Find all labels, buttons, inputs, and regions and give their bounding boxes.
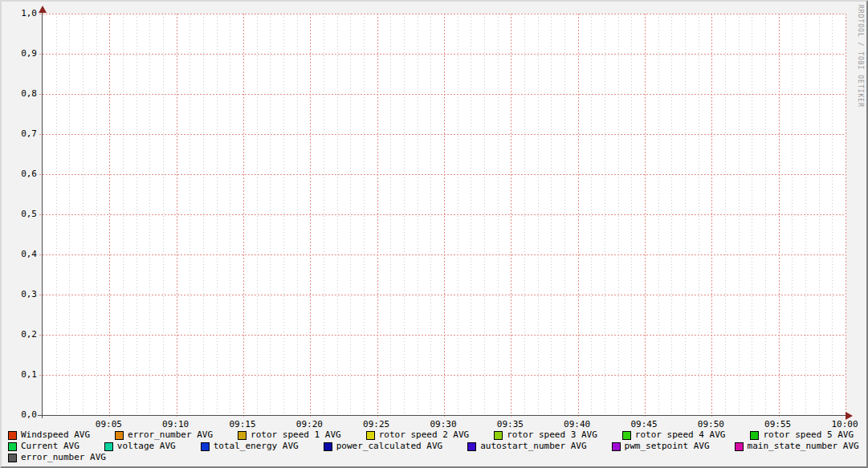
y-tick-label: 0,7	[3, 129, 37, 139]
grid-major-vertical	[377, 14, 378, 418]
x-tick-label: 09:35	[486, 420, 534, 429]
legend-item: main_state_number AVG	[735, 442, 859, 451]
grid-major-horizontal	[39, 254, 846, 255]
legend-label: rotor speed 4 AVG	[635, 430, 726, 440]
y-tick-label: 0,1	[3, 370, 37, 380]
legend-item: rotor speed 2 AVG	[366, 430, 470, 440]
legend-label: power_calculated AVG	[336, 442, 442, 451]
grid-major-horizontal	[39, 214, 846, 215]
legend-item: power_calculated AVG	[324, 442, 442, 451]
legend-item: error_number AVG	[8, 453, 106, 462]
grid-major-horizontal	[39, 335, 846, 336]
x-tick-label: 10:00	[821, 420, 868, 429]
grid-major-vertical	[779, 14, 780, 418]
legend-swatch	[8, 431, 17, 440]
grid-major-vertical	[243, 14, 244, 418]
x-tick-label: 09:20	[285, 420, 333, 429]
legend-item: rotor speed 5 AVG	[750, 430, 854, 440]
x-tick-label: 09:05	[84, 420, 132, 429]
grid-major-vertical	[444, 14, 445, 418]
x-tick-label: 09:10	[152, 420, 200, 429]
grid-major-horizontal	[39, 94, 846, 95]
grid-major-vertical	[711, 14, 712, 418]
legend-item: rotor speed 4 AVG	[622, 430, 726, 440]
legend-label: total_energy AVG	[214, 442, 299, 451]
y-axis-arrow-icon	[39, 6, 47, 13]
grid-major-vertical	[310, 14, 311, 418]
legend-item: rotor speed 1 AVG	[238, 430, 341, 440]
legend-swatch	[622, 431, 631, 440]
legend-row: Windspeed AVGerror_number AVGrotor speed…	[8, 429, 859, 441]
x-tick-label: 09:15	[218, 420, 267, 429]
legend-label: error_number AVG	[21, 453, 106, 462]
legend-swatch	[467, 442, 476, 451]
grid-major-horizontal	[39, 295, 846, 295]
legend-label: Windspeed AVG	[21, 430, 90, 440]
y-tick-label: 0,0	[3, 410, 37, 420]
legend-swatch	[8, 454, 17, 462]
x-tick-label: 09:30	[419, 420, 467, 429]
y-tick-label: 0,8	[3, 89, 37, 99]
grid-major-vertical	[846, 14, 846, 418]
y-tick-label: 0,2	[3, 330, 37, 340]
x-tick-label: 09:25	[352, 420, 401, 429]
y-tick-label: 1,0	[3, 9, 37, 18]
legend-item: voltage AVG	[104, 442, 176, 451]
grid-major-vertical	[645, 14, 646, 418]
grid-major-horizontal	[39, 14, 846, 14]
x-axis-line	[38, 415, 847, 416]
legend-label: autostart_number AVG	[480, 442, 586, 451]
rrdtool-graph: 0,00,10,20,30,40,50,60,70,80,91,0 09:050…	[0, 0, 868, 468]
legend-item: total_energy AVG	[201, 442, 299, 451]
x-tick-label: 09:45	[620, 420, 668, 429]
legend-swatch	[324, 442, 332, 451]
legend-swatch	[115, 431, 124, 440]
y-axis-line	[42, 8, 43, 418]
legend-swatch	[104, 442, 113, 451]
legend-item: autostart_number AVG	[467, 442, 586, 451]
grid-major-horizontal	[39, 54, 846, 55]
y-tick-label: 0,3	[3, 290, 37, 299]
y-tick-label: 0,5	[3, 210, 37, 219]
watermark: RRDTOOL / TOBI OETIKER	[857, 5, 864, 108]
x-tick-label: 09:50	[687, 420, 735, 429]
legend-swatch	[201, 442, 210, 451]
legend-item: Current AVG	[8, 442, 79, 451]
legend-swatch	[238, 431, 247, 440]
legend-label: main_state_number AVG	[748, 442, 859, 451]
legend-swatch	[612, 442, 621, 451]
legend-label: rotor speed 3 AVG	[507, 430, 597, 440]
grid-major-vertical	[177, 14, 177, 418]
grid-major-horizontal	[39, 134, 846, 135]
legend-label: rotor speed 1 AVG	[251, 430, 341, 440]
legend-row: error_number AVG	[8, 452, 859, 463]
legend-swatch	[8, 442, 17, 451]
legend-swatch	[735, 442, 744, 451]
legend-row: Current AVGvoltage AVGtotal_energy AVGpo…	[8, 441, 859, 452]
grid-major-vertical	[511, 14, 511, 418]
legend-item: Windspeed AVG	[8, 430, 90, 440]
x-tick-label: 09:55	[754, 420, 802, 429]
grid-major-horizontal	[39, 375, 846, 376]
legend-item: rotor speed 3 AVG	[494, 430, 597, 440]
grid-major-vertical	[109, 14, 110, 418]
legend-item: error_number AVG	[115, 430, 213, 440]
legend-label: Current AVG	[21, 442, 79, 451]
x-tick-label: 09:40	[553, 420, 601, 429]
legend-label: error_number AVG	[128, 430, 213, 440]
legend-label: rotor speed 5 AVG	[763, 430, 854, 440]
legend-item: pwm_setpoint AVG	[612, 442, 710, 451]
legend-label: voltage AVG	[117, 442, 176, 451]
y-tick-label: 0,4	[3, 250, 37, 259]
legend-label: rotor speed 2 AVG	[379, 430, 470, 440]
grid-major-horizontal	[39, 174, 846, 175]
legend-swatch	[750, 431, 759, 440]
y-tick-label: 0,6	[3, 169, 37, 179]
legend-swatch	[494, 431, 503, 440]
legend-label: pwm_setpoint AVG	[625, 442, 710, 451]
y-tick-label: 0,9	[3, 49, 37, 59]
plot-canvas	[43, 14, 846, 415]
grid-major-vertical	[578, 14, 579, 418]
legend: Windspeed AVGerror_number AVGrotor speed…	[8, 429, 859, 463]
legend-swatch	[366, 431, 375, 440]
